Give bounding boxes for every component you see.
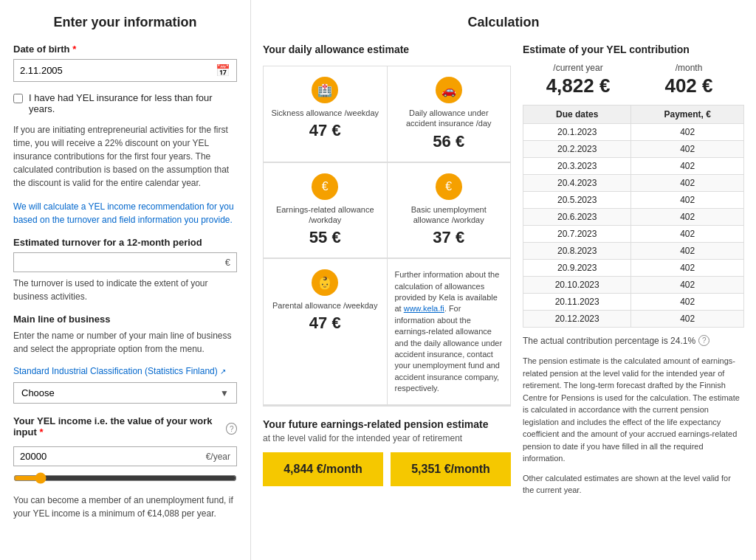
payment-date: 20.4.2023 [523,175,631,192]
payment-table: Due dates Payment, € 20.1.202340220.2.20… [523,105,744,328]
table-row: 20.8.2023402 [523,243,744,260]
payment-amount: 402 [631,158,744,175]
allowance-name-1: Daily allowance under accident insurance… [395,108,504,129]
required-star2: * [39,426,43,438]
payment-amount: 402 [631,124,744,141]
contrib-help-icon[interactable]: ? [698,335,709,346]
yel-amounts: /current year 4,822 € /month 402 € [523,63,744,97]
euro-suffix: € [225,257,230,268]
yel-info-text1: If you are initiating entrepreneurial ac… [13,123,237,190]
payment-date: 20.1.2023 [523,124,631,141]
payment-date: 20.11.2023 [523,294,631,311]
allowance-amount-4: 47 € [271,314,379,333]
payment-amount: 402 [631,192,744,209]
allowance-icon-0: 🏥 [312,77,338,103]
yel-suffix: €/year [206,452,230,462]
calendar-icon[interactable]: 📅 [216,63,230,77]
table-row: 20.4.2023402 [523,175,744,192]
yel-slider-container [13,472,237,486]
allowance-cell-4: 👶 Parental allowance /weekday 47 € [264,259,388,405]
turnover-input-container: € [13,252,237,272]
table-row: 20.2.2023402 [523,141,744,158]
payment-date: 20.8.2023 [523,243,631,260]
yel-checkbox[interactable] [13,94,23,103]
allowance-amount-2: 55 € [271,228,379,247]
yel-help-icon[interactable]: ? [226,423,237,435]
yel-month-cell: /month 402 € [633,63,744,97]
table-row: 20.3.2023402 [523,158,744,175]
allowance-icon-3: € [436,173,462,200]
payment-amount: 402 [631,260,744,277]
payment-amount: 402 [631,277,744,294]
col-due-dates: Due dates [523,106,631,124]
right-panel-title: Calculation [263,15,744,30]
other-estimates: Other calculated estimates are shown at … [523,472,744,497]
payment-amount: 402 [631,226,744,243]
yel-slider[interactable] [13,472,237,484]
table-row: 20.11.2023402 [523,294,744,311]
allowance-cell-1: 🚗 Daily allowance under accident insuran… [388,66,511,162]
choose-select-container[interactable]: Choose ▼ [13,382,237,404]
allowance-cell-0: 🏥 Sickness allowance /weekday 47 € [264,66,388,162]
payment-date: 20.5.2023 [523,192,631,209]
yel-input[interactable] [20,451,206,462]
yel-value-month: 402 € [633,75,744,97]
payment-date: 20.2.2023 [523,141,631,158]
allowance-icon-2: € [312,173,338,200]
kela-link[interactable]: www.kela.fi [404,304,444,313]
chevron-down-icon: ▼ [220,388,229,398]
allowance-amount-3: 37 € [395,228,504,247]
left-panel-title: Enter your information [13,15,237,30]
yel-income-label-row: Your YEL income i.e. the value of your w… [13,415,237,442]
pension-card-2: 5,351 €/month [391,452,511,486]
table-row: 20.10.2023402 [523,277,744,294]
payment-amount: 402 [631,175,744,192]
turnover-label: Estimated turnover for a 12-month period [13,237,237,248]
yel-period-year: /current year [523,63,633,73]
pension-subtitle: at the level valid for the intended year… [263,433,511,443]
required-star: * [72,44,76,55]
table-row: 20.6.2023402 [523,209,744,226]
allowance-icon-4: 👶 [312,269,338,296]
payment-date: 20.7.2023 [523,226,631,243]
payment-date: 20.12.2023 [523,311,631,328]
allowance-name-3: Basic unemployment allowance /workday [395,204,504,226]
payment-amount: 402 [631,294,744,311]
biz-label: Main line of business [13,314,237,325]
turnover-input[interactable] [20,257,225,268]
yel-input-container: €/year [13,446,237,466]
allowance-cell-2: € Earnings-related allowance /workday 55… [264,163,388,259]
col-payment: Payment, € [631,106,744,124]
date-input-container: 📅 [13,59,237,82]
turnover-note: The turnover is used to indicate the ext… [13,277,237,303]
table-row: 20.7.2023402 [523,226,744,243]
allowance-cell-3: € Basic unemployment allowance /workday … [388,163,511,259]
pension-cards: 4,844 €/month 5,351 €/month [263,452,511,486]
payment-amount: 402 [631,311,744,328]
allowance-name-2: Earnings-related allowance /workday [271,204,379,226]
sic-link[interactable]: Standard Industrial Classification (Stat… [13,366,237,376]
biz-desc: Enter the name or number of your main li… [13,329,237,356]
allowance-note-cell: Further information about the calculatio… [388,259,511,405]
allowance-name-0: Sickness allowance /weekday [271,108,379,118]
allowance-amount-0: 47 € [271,121,379,140]
payment-date: 20.6.2023 [523,209,631,226]
pension-card-1: 4,844 €/month [263,452,383,486]
table-row: 20.1.2023402 [523,124,744,141]
choose-select[interactable]: Choose [21,387,220,398]
pension-title: Your future earnings-related pension est… [263,418,511,430]
contrib-pct-text: The actual contribution percentage is 24… [523,336,695,346]
payment-date: 20.3.2023 [523,158,631,175]
external-link-icon: ↗ [220,367,226,376]
yel-info-text2: We will calculate a YEL income recommend… [13,200,237,227]
table-row: 20.9.2023402 [523,260,744,277]
date-input[interactable] [20,65,216,76]
table-row: 20.5.2023402 [523,192,744,209]
payment-date: 20.10.2023 [523,277,631,294]
yel-period-month: /month [633,63,744,73]
yel-checkbox-row: I have had YEL insurance for less than f… [13,92,237,114]
pension-note: The pension estimate is the calculated a… [523,355,744,465]
payment-amount: 402 [631,243,744,260]
yel-footer: You can become a member of an unemployme… [13,494,237,520]
payment-amount: 402 [631,141,744,158]
